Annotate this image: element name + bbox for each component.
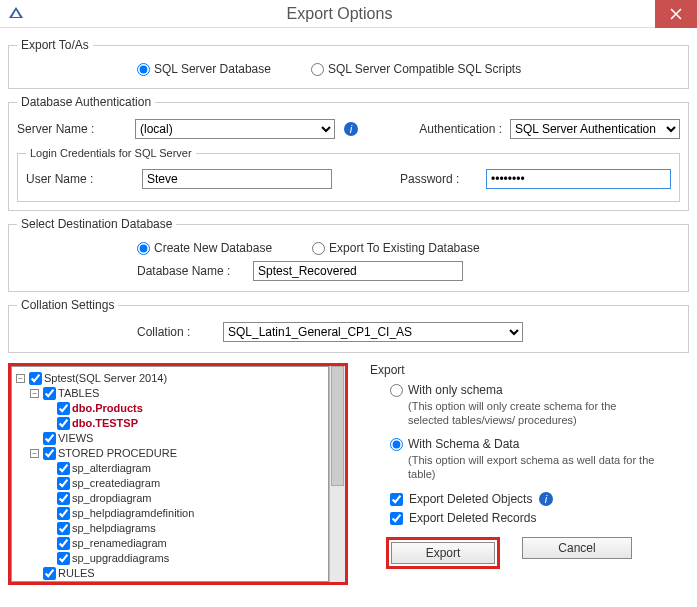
expand-icon[interactable]: − [30, 449, 39, 458]
db-auth-group: Database Authentication Server Name : (l… [8, 95, 689, 211]
collation-legend: Collation Settings [17, 298, 118, 312]
dialog-body: Export To/As SQL Server Database SQL Ser… [0, 28, 697, 593]
object-tree-panel: −Sptest(SQL Server 2014) −TABLES dbo.Pro… [8, 363, 348, 585]
tree-check-item[interactable] [57, 522, 70, 535]
scrollbar-thumb[interactable] [331, 366, 344, 486]
tree-check-item[interactable] [57, 402, 70, 415]
radio-export-existing-db-label: Export To Existing Database [329, 241, 480, 255]
cancel-button[interactable]: Cancel [522, 537, 632, 559]
tree-sp-item: sp_upgraddiagrams [72, 551, 169, 566]
authentication-label: Authentication : [419, 122, 502, 136]
radio-sql-server-db-label: SQL Server Database [154, 62, 271, 76]
export-panel: Export With only schema (This option wil… [362, 363, 689, 585]
window-title: Export Options [24, 5, 655, 23]
close-icon [670, 8, 682, 20]
expand-icon[interactable]: − [16, 374, 25, 383]
destination-db-legend: Select Destination Database [17, 217, 176, 231]
login-credentials-legend: Login Credentials for SQL Server [26, 147, 196, 159]
server-name-select[interactable]: (local) [135, 119, 335, 139]
check-deleted-records[interactable] [390, 512, 403, 525]
radio-schema-only-label: With only schema [408, 383, 503, 397]
password-field[interactable] [486, 169, 671, 189]
check-deleted-objects[interactable] [390, 493, 403, 506]
app-logo-icon [8, 6, 24, 22]
collation-select[interactable]: SQL_Latin1_General_CP1_CI_AS [223, 322, 523, 342]
info-icon[interactable]: i [538, 491, 554, 507]
tree-check-sp[interactable] [43, 447, 56, 460]
radio-sql-scripts-label: SQL Server Compatible SQL Scripts [328, 62, 521, 76]
username-field[interactable] [142, 169, 332, 189]
tree-check-item[interactable] [57, 492, 70, 505]
password-label: Password : [400, 172, 480, 186]
tree-sp-item: sp_creatediagram [72, 476, 160, 491]
tree-sp-item: sp_alterdiagram [72, 461, 151, 476]
export-button-highlight: Export [386, 537, 500, 569]
titlebar: Export Options [0, 0, 697, 28]
close-button[interactable] [655, 0, 697, 28]
tree-check-root[interactable] [29, 372, 42, 385]
tree-table-item: dbo.TESTSP [72, 416, 138, 431]
tree-check-item[interactable] [57, 507, 70, 520]
tree-check-item[interactable] [57, 417, 70, 430]
tree-check-item[interactable] [57, 537, 70, 550]
radio-schema-data[interactable] [390, 438, 403, 451]
check-deleted-objects-label: Export Deleted Objects [409, 492, 532, 506]
tree-check-item[interactable] [57, 552, 70, 565]
tree-sp-item: sp_helpdiagramdefinition [72, 506, 194, 521]
export-title: Export [370, 363, 689, 377]
check-deleted-records-label: Export Deleted Records [409, 511, 536, 525]
server-name-label: Server Name : [17, 122, 127, 136]
destination-db-group: Select Destination Database Create New D… [8, 217, 689, 292]
expand-icon[interactable]: − [30, 389, 39, 398]
export-to-as-group: Export To/As SQL Server Database SQL Ser… [8, 38, 689, 89]
export-button[interactable]: Export [391, 542, 495, 564]
tree-tables: TABLES [58, 386, 99, 401]
schema-only-hint: (This option will only create schema for… [408, 399, 658, 427]
radio-create-new-db[interactable] [137, 242, 150, 255]
tree-views: VIEWS [58, 431, 93, 446]
authentication-select[interactable]: SQL Server Authentication [510, 119, 680, 139]
tree-table-item: dbo.Products [72, 401, 143, 416]
radio-create-new-db-label: Create New Database [154, 241, 272, 255]
tree-triggers: TRIGGERS [58, 581, 115, 582]
radio-schema-only[interactable] [390, 384, 403, 397]
radio-sql-scripts[interactable] [311, 63, 324, 76]
radio-schema-data-label: With Schema & Data [408, 437, 519, 451]
db-name-field[interactable] [253, 261, 463, 281]
tree-sp: STORED PROCEDURE [58, 446, 177, 461]
db-auth-legend: Database Authentication [17, 95, 155, 109]
tree-check-rules[interactable] [43, 567, 56, 580]
tree-scrollbar[interactable] [329, 366, 345, 582]
tree-rules: RULES [58, 566, 95, 581]
collation-label: Collation : [137, 325, 217, 339]
tree-sp-item: sp_helpdiagrams [72, 521, 156, 536]
info-icon[interactable]: i [343, 121, 359, 137]
tree-check-views[interactable] [43, 432, 56, 445]
export-to-as-legend: Export To/As [17, 38, 93, 52]
username-label: User Name : [26, 172, 136, 186]
radio-export-existing-db[interactable] [312, 242, 325, 255]
tree-check-item[interactable] [57, 477, 70, 490]
radio-sql-server-db[interactable] [137, 63, 150, 76]
tree-check-item[interactable] [57, 462, 70, 475]
tree-check-tables[interactable] [43, 387, 56, 400]
db-name-label: Database Name : [137, 264, 247, 278]
tree-sp-item: sp_dropdiagram [72, 491, 152, 506]
tree-root: Sptest(SQL Server 2014) [44, 371, 167, 386]
login-credentials-group: Login Credentials for SQL Server User Na… [17, 147, 680, 202]
collation-group: Collation Settings Collation : SQL_Latin… [8, 298, 689, 353]
object-tree[interactable]: −Sptest(SQL Server 2014) −TABLES dbo.Pro… [11, 366, 329, 582]
schema-data-hint: (This option will export schema as well … [408, 453, 658, 481]
tree-sp-item: sp_renamediagram [72, 536, 167, 551]
